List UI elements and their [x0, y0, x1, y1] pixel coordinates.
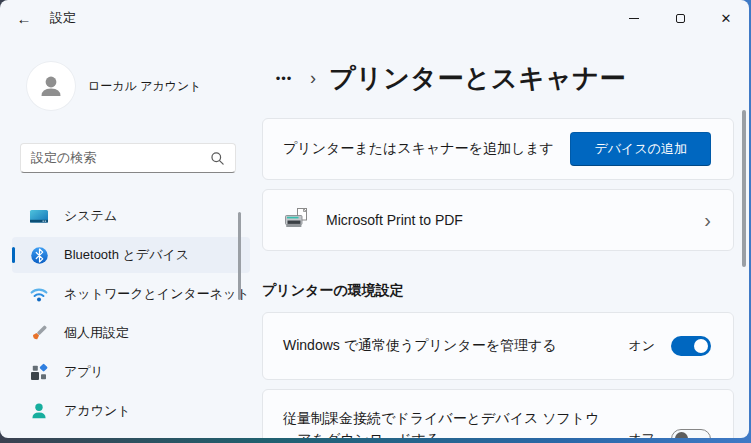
account-name: ローカル アカウント [88, 78, 202, 95]
toggle-knob [675, 432, 688, 438]
chevron-right-icon: › [310, 69, 316, 87]
sidebar-item-network-internet[interactable]: ネットワークとインターネット [12, 276, 250, 312]
toggle-state-label: オフ [628, 430, 655, 438]
account-row[interactable]: ローカル アカウント [27, 62, 250, 110]
window-controls: ✕ [611, 0, 749, 36]
main-pane: ••• › プリンターとスキャナー プリンターまたはスキャナーを追加します デバ… [262, 36, 749, 438]
personalization-icon [29, 323, 49, 343]
accounts-icon [29, 401, 49, 421]
metered-download-label: 従量制課金接続でドライバーとデバイス ソフトウェアをダウンロードする [283, 408, 601, 439]
close-button[interactable]: ✕ [703, 0, 749, 36]
breadcrumb-overflow-button[interactable]: ••• [270, 65, 298, 91]
toggle-knob [694, 339, 708, 353]
sidebar-nav: システム Bluetooth とデバイス [12, 198, 250, 429]
add-device-button[interactable]: デバイスの追加 [570, 132, 711, 166]
sidebar-item-accounts[interactable]: アカウント [12, 393, 250, 429]
section-title: プリンターの環境設定 [262, 282, 734, 300]
printer-name: Microsoft Print to PDF [326, 212, 463, 228]
minimize-icon [629, 18, 639, 19]
person-icon [36, 71, 66, 101]
search-placeholder: 設定の検索 [31, 149, 210, 167]
toggle-state-label: オン [628, 337, 655, 355]
sidebar-item-bluetooth-devices[interactable]: Bluetooth とデバイス [12, 237, 250, 273]
network-icon [29, 284, 49, 304]
add-device-card: プリンターまたはスキャナーを追加します デバイスの追加 [262, 118, 734, 180]
maximize-button[interactable] [657, 0, 703, 36]
settings-window: ← 設定 ✕ ローカル アカウント 設定の検索 [0, 0, 749, 438]
sidebar-scrollbar[interactable] [238, 212, 241, 300]
bluetooth-icon [29, 245, 49, 265]
printer-row[interactable]: Microsoft Print to PDF › [262, 189, 734, 251]
apps-icon [29, 362, 49, 382]
minimize-button[interactable] [611, 0, 657, 36]
sidebar: ローカル アカウント 設定の検索 [0, 36, 262, 438]
back-arrow-icon: ← [17, 10, 32, 27]
system-icon [29, 206, 49, 226]
chevron-right-icon: › [704, 210, 711, 230]
titlebar: ← 設定 ✕ [0, 0, 749, 36]
add-device-label: プリンターまたはスキャナーを追加します [283, 140, 570, 158]
default-printer-card: Windows で通常使うプリンターを管理する オン [262, 312, 734, 380]
sidebar-item-label: 個人用設定 [64, 324, 129, 342]
sidebar-item-label: システム [64, 207, 117, 225]
maximize-icon [676, 14, 685, 23]
sidebar-item-label: ネットワークとインターネット [64, 285, 250, 303]
sidebar-item-apps[interactable]: アプリ [12, 354, 250, 390]
metered-download-card: 従量制課金接続でドライバーとデバイス ソフトウェアをダウンロードする データ通信… [262, 389, 734, 438]
sidebar-item-system[interactable]: システム [12, 198, 250, 234]
avatar [27, 62, 75, 110]
breadcrumb: ••• › プリンターとスキャナー [270, 60, 734, 96]
sidebar-item-personalization[interactable]: 個人用設定 [12, 315, 250, 351]
search-input[interactable]: 設定の検索 [20, 143, 236, 173]
default-printer-label: Windows で通常使うプリンターを管理する [283, 337, 628, 355]
sidebar-item-label: アカウント [64, 402, 131, 420]
sidebar-item-label: アプリ [64, 363, 104, 381]
search-icon [210, 151, 225, 166]
sidebar-item-label: Bluetooth とデバイス [64, 246, 189, 264]
main-scrollbar[interactable] [742, 110, 746, 267]
metered-download-toggle[interactable] [671, 429, 711, 438]
close-icon: ✕ [721, 11, 732, 26]
back-button[interactable]: ← [8, 3, 40, 33]
printer-icon [283, 207, 310, 233]
metered-text-block: 従量制課金接続でドライバーとデバイス ソフトウェアをダウンロードする データ通信… [283, 408, 628, 439]
app-title: 設定 [50, 9, 76, 27]
default-printer-toggle[interactable] [671, 336, 711, 356]
page-title: プリンターとスキャナー [329, 61, 626, 96]
